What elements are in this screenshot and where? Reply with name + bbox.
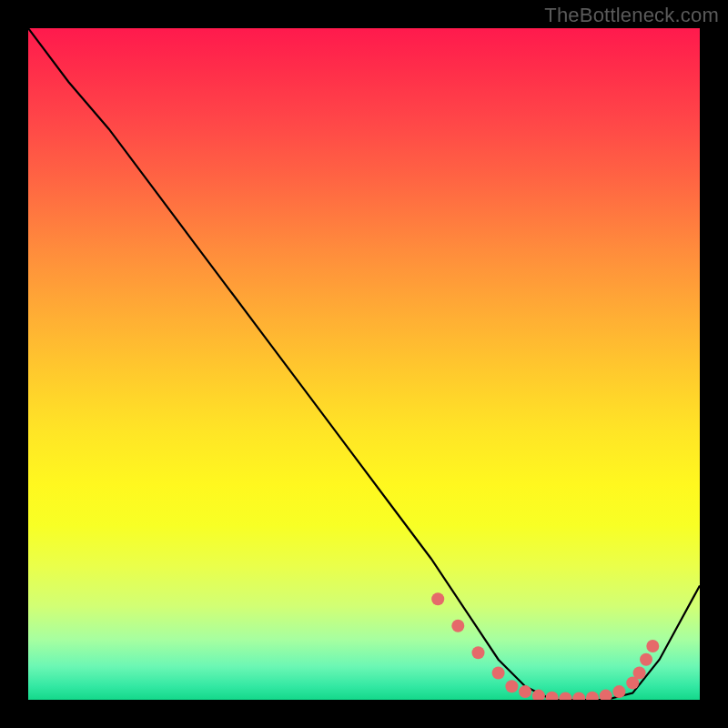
marker-dot [633, 667, 646, 680]
attribution-label: TheBottleneck.com [544, 4, 719, 27]
marker-dot [519, 685, 531, 698]
marker-dot [559, 693, 571, 701]
plot-area [28, 28, 700, 700]
marker-dot [572, 693, 585, 701]
marker-dot [600, 690, 612, 700]
marker-dot [492, 667, 505, 680]
marker-dot [586, 692, 599, 700]
marker-dot [612, 685, 625, 698]
marker-dot [451, 620, 464, 632]
marker-dot [646, 640, 659, 652]
chart-frame: TheBottleneck.com [0, 0, 728, 728]
marker-dot [640, 653, 652, 666]
marker-dot [505, 680, 518, 693]
curve-layer [28, 28, 700, 700]
main-curve [28, 28, 700, 700]
marker-dot [431, 592, 444, 605]
marker-dot [472, 646, 485, 659]
marker-dot [546, 692, 559, 700]
